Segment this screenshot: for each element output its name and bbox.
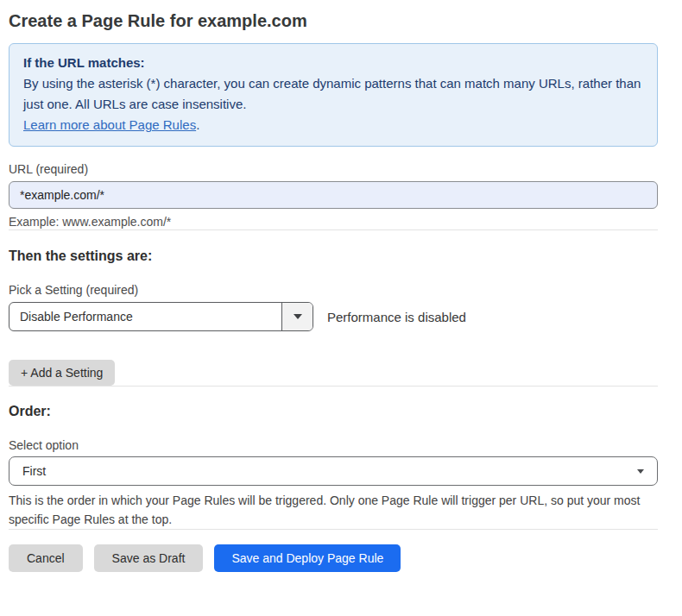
add-setting-button[interactable]: + Add a Setting: [9, 360, 115, 386]
save-deploy-button[interactable]: Save and Deploy Page Rule: [214, 544, 401, 572]
url-example-hint: Example: www.example.com/*: [9, 215, 658, 229]
setting-dropdown-arrow-button[interactable]: [281, 303, 313, 330]
link-period: .: [196, 117, 199, 132]
learn-more-link[interactable]: Learn more about Page Rules: [23, 117, 196, 132]
action-buttons-row: Cancel Save as Draft Save and Deploy Pag…: [9, 544, 658, 572]
url-input[interactable]: [9, 181, 658, 209]
caret-down-icon: [637, 469, 644, 474]
chevron-down-icon: [294, 314, 302, 319]
setting-status-text: Performance is disabled: [327, 310, 466, 324]
order-help-text: This is the order in which your Page Rul…: [9, 491, 658, 529]
divider: [9, 229, 658, 230]
order-select-value: First: [22, 464, 46, 478]
save-draft-button[interactable]: Save as Draft: [94, 544, 204, 572]
order-section-heading: Order:: [9, 403, 658, 419]
select-option-label: Select option: [9, 438, 658, 453]
cancel-button[interactable]: Cancel: [9, 544, 83, 572]
setting-dropdown[interactable]: Disable Performance: [9, 302, 313, 331]
setting-dropdown-value: Disable Performance: [9, 303, 281, 330]
url-label: URL (required): [9, 162, 658, 177]
divider: [9, 386, 658, 387]
setting-row: Disable Performance Performance is disab…: [9, 302, 658, 331]
divider: [9, 529, 658, 530]
info-box-heading: If the URL matches:: [23, 53, 643, 73]
create-page-rule-form: Create a Page Rule for example.com If th…: [0, 0, 682, 572]
order-select[interactable]: First: [9, 456, 658, 486]
settings-section-heading: Then the settings are:: [9, 248, 658, 264]
page-title: Create a Page Rule for example.com: [9, 9, 658, 33]
info-box-body: By using the asterisk (*) character, you…: [23, 73, 643, 115]
pick-setting-label: Pick a Setting (required): [9, 283, 658, 298]
url-matches-info-box: If the URL matches: By using the asteris…: [9, 43, 658, 147]
info-box-link-line: Learn more about Page Rules.: [23, 115, 643, 135]
